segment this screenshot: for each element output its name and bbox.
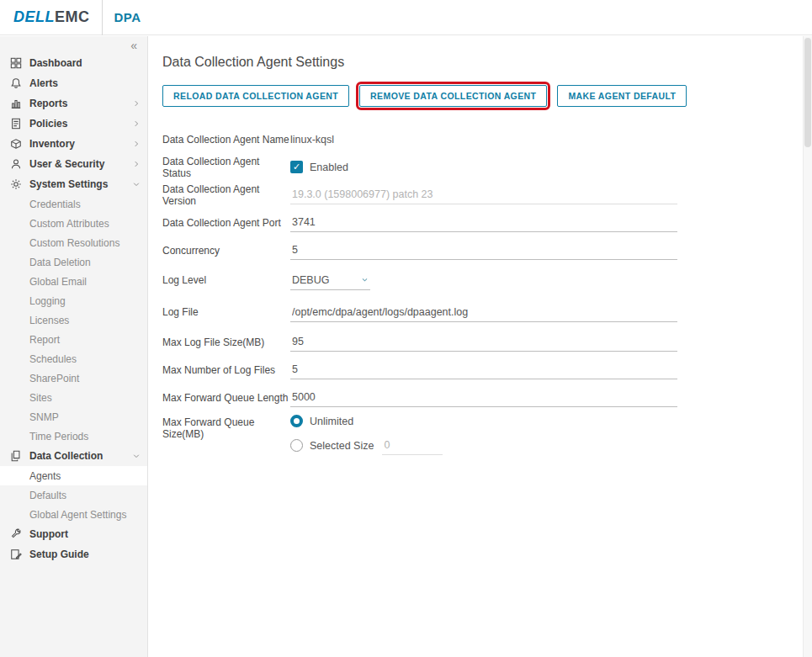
max-queue-length-input[interactable]: [290, 388, 677, 407]
sidebar-item-label: Logging: [29, 295, 66, 307]
selected-size-radio-option: Selected Size: [290, 436, 443, 455]
sidebar-item-label: Schedules: [29, 353, 77, 365]
sidebar-item-policies[interactable]: Policies: [0, 114, 147, 134]
sidebar-item-label: Reports: [29, 98, 67, 109]
log-file-input[interactable]: [290, 303, 677, 322]
sidebar-item-sharepoint[interactable]: SharePoint: [0, 368, 147, 388]
agent-name-value: linux-kqsl: [290, 134, 334, 146]
sidebar-item-label: Licenses: [29, 315, 69, 326]
agent-port-input[interactable]: [290, 213, 677, 232]
sidebar-item-alerts[interactable]: Alerts: [0, 73, 147, 93]
remove-data-collection-agent-button[interactable]: REMOVE DATA COLLECTION AGENT: [359, 85, 547, 107]
sidebar-item-label: Credentials: [29, 199, 81, 210]
sidebar-item-logging[interactable]: Logging: [0, 291, 147, 310]
sidebar-item-label: Defaults: [29, 490, 66, 501]
enabled-checkbox-label: Enabled: [310, 162, 348, 173]
chevron-down-icon: [132, 452, 141, 460]
bell-icon: [10, 77, 22, 89]
sidebar-item-label: Data Deletion: [29, 257, 91, 268]
gear-icon: [10, 178, 22, 190]
log-file-row: Log File: [162, 296, 803, 328]
max-log-size-input[interactable]: [290, 332, 677, 352]
sidebar-item-label: Report: [29, 334, 60, 346]
sidebar-item-label: Inventory: [29, 138, 75, 150]
sidebar-item-label: Global Email: [29, 276, 87, 288]
sidebar-item-licenses[interactable]: Licenses: [0, 310, 147, 330]
wrench-icon: [10, 528, 22, 540]
collapse-sidebar-icon[interactable]: «: [130, 40, 137, 51]
agent-version-row: Data Collection Agent Version: [162, 181, 803, 209]
sidebar-item-inventory[interactable]: Inventory: [0, 134, 147, 154]
sidebar-item-sites[interactable]: Sites: [0, 388, 147, 407]
sidebar-item-custom-attributes[interactable]: Custom Attributes: [0, 214, 147, 233]
chevron-right-icon: [132, 140, 141, 148]
sidebar-item-label: Global Agent Settings: [29, 509, 126, 521]
inventory-icon: [10, 138, 22, 150]
log-file-label: Log File: [162, 306, 290, 318]
sidebar-item-label: SNMP: [29, 411, 59, 423]
product-name: DPA: [103, 10, 141, 24]
chevron-right-icon: [132, 160, 141, 168]
action-button-row: RELOAD DATA COLLECTION AGENT REMOVE DATA…: [162, 85, 803, 107]
sidebar-item-schedules[interactable]: Schedules: [0, 349, 147, 368]
sidebar-item-label: Sites: [29, 392, 52, 404]
max-queue-length-row: Max Forward Queue Length: [162, 384, 803, 411]
main-content: Data Collection Agent Settings RELOAD DA…: [149, 36, 803, 657]
selected-size-radio[interactable]: [290, 439, 303, 452]
sidebar-item-agents[interactable]: Agents: [0, 466, 147, 485]
max-log-files-row: Max Number of Log Files: [162, 356, 803, 384]
unlimited-radio[interactable]: [290, 415, 303, 427]
sidebar-item-snmp[interactable]: SNMP: [0, 407, 147, 427]
selected-size-radio-label: Selected Size: [310, 440, 374, 452]
sidebar-item-reports[interactable]: Reports: [0, 93, 147, 114]
sidebar-item-dashboard[interactable]: Dashboard: [0, 53, 147, 73]
sidebar-item-credentials[interactable]: Credentials: [0, 194, 147, 214]
unlimited-radio-option: Unlimited: [290, 415, 362, 427]
dell-logo-text: DELL: [13, 8, 55, 26]
sidebar-item-label: Agents: [29, 470, 61, 482]
agent-status-row: Data Collection Agent Status ✓ Enabled: [162, 153, 803, 181]
sidebar-collapse-row: «: [0, 36, 147, 53]
agent-name-label: Data Collection Agent Name: [162, 134, 290, 146]
sidebar-item-global-agent-settings[interactable]: Global Agent Settings: [0, 505, 147, 524]
sidebar-item-data-collection[interactable]: Data Collection: [0, 446, 147, 466]
sidebar-item-user-security[interactable]: User & Security: [0, 154, 147, 174]
sidebar-item-time-periods[interactable]: Time Periods: [0, 427, 147, 446]
sidebar-item-label: User & Security: [29, 158, 104, 170]
max-log-files-input[interactable]: [290, 360, 677, 379]
agent-port-row: Data Collection Agent Port: [162, 209, 803, 236]
make-agent-default-button[interactable]: MAKE AGENT DEFAULT: [557, 85, 687, 107]
policy-document-icon: [10, 118, 22, 130]
sidebar-item-defaults[interactable]: Defaults: [0, 485, 147, 505]
reload-data-collection-agent-button[interactable]: RELOAD DATA COLLECTION AGENT: [162, 85, 349, 107]
sidebar-item-label: Setup Guide: [29, 548, 89, 560]
sidebar-item-global-email[interactable]: Global Email: [0, 272, 147, 291]
sidebar-item-setup-guide[interactable]: Setup Guide: [0, 544, 147, 564]
max-log-size-label: Max Log File Size(MB): [162, 336, 290, 348]
sidebar-item-support[interactable]: Support: [0, 524, 147, 544]
sidebar-item-label: Policies: [29, 118, 67, 130]
chevron-down-icon: [132, 180, 141, 188]
sidebar-item-data-deletion[interactable]: Data Deletion: [0, 252, 147, 272]
vertical-scrollbar[interactable]: [803, 36, 812, 657]
agent-port-label: Data Collection Agent Port: [162, 217, 290, 229]
concurrency-row: Concurrency: [162, 236, 803, 264]
dellemc-logo: DELL EMC: [0, 8, 102, 26]
scrollbar-thumb[interactable]: [804, 38, 811, 147]
setup-guide-icon: [10, 548, 22, 560]
concurrency-input[interactable]: [290, 241, 677, 260]
sidebar-item-report[interactable]: Report: [0, 330, 147, 349]
agent-version-input: [290, 185, 677, 204]
log-level-row: Log Level DEBUG: [162, 264, 803, 296]
sidebar-item-system-settings[interactable]: System Settings: [0, 174, 147, 194]
selected-size-input: [382, 436, 443, 455]
max-log-size-row: Max Log File Size(MB): [162, 328, 803, 356]
agent-status-label: Data Collection Agent Status: [162, 156, 290, 179]
concurrency-label: Concurrency: [162, 245, 290, 257]
log-level-select[interactable]: DEBUG: [290, 271, 370, 290]
sidebar-item-label: Support: [29, 528, 68, 540]
sidebar-nav: « Dashboard Alerts Reports Policies Inve…: [0, 36, 148, 657]
enabled-checkbox[interactable]: ✓: [290, 161, 303, 173]
sidebar-item-custom-resolutions[interactable]: Custom Resolutions: [0, 233, 147, 252]
sidebar-item-label: Time Periods: [29, 431, 88, 442]
